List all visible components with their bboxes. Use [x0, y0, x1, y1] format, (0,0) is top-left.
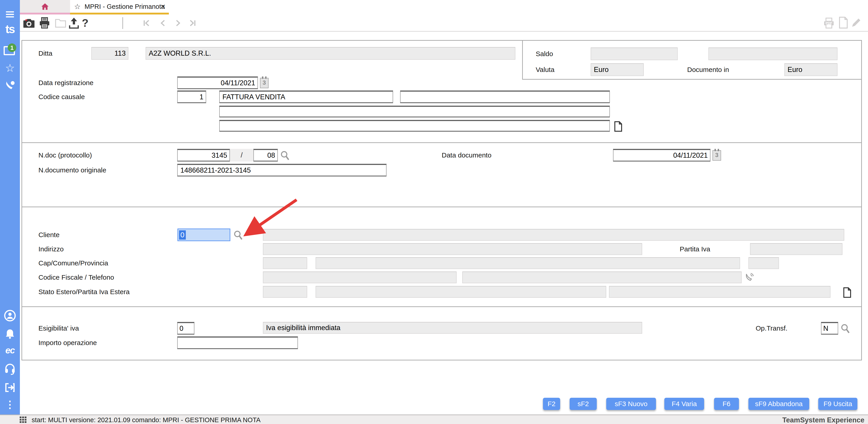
sf3-nuovo-button[interactable]: sF3 Nuovo	[606, 398, 656, 410]
first-record-icon[interactable]	[143, 19, 151, 27]
favorite-star-icon[interactable]: ☆	[74, 2, 81, 11]
apps-grid-icon[interactable]	[19, 416, 27, 423]
ditta-name-field: A2Z WORLD S.R.L.	[146, 47, 515, 60]
user-profile-icon[interactable]	[0, 310, 20, 322]
annotation-arrow	[235, 196, 303, 241]
importo-operazione-field[interactable]	[177, 336, 298, 349]
data-registrazione-field[interactable]: 04/11/2021	[177, 77, 258, 89]
phone-call-icon[interactable]	[744, 272, 754, 283]
cliente-code-field[interactable]: 0	[178, 228, 230, 241]
documents-icon[interactable]: 1	[0, 44, 20, 55]
cliente-name-field	[263, 229, 844, 241]
partita-iva-estera-field-1	[315, 286, 606, 298]
last-record-icon[interactable]	[188, 19, 197, 27]
esigibilita-code-field[interactable]: 0	[177, 322, 194, 335]
ndoc-serie-field[interactable]: 08	[253, 149, 278, 162]
cap-comune-provincia-label: Cap/Comune/Provincia	[38, 257, 108, 269]
esigibilita-iva-label: Esigibilita' iva	[38, 322, 79, 335]
data-documento-calendar-icon[interactable]: 3	[712, 150, 721, 161]
f4-varia-button[interactable]: F4 Varia	[664, 398, 704, 410]
f9-uscita-button[interactable]: F9 Uscita	[818, 398, 857, 410]
status-bar: start: MULTI versione: 2021.01.09 comand…	[0, 415, 868, 424]
more-options-icon[interactable]: ⋮	[0, 399, 20, 410]
stato-estero-field	[263, 286, 307, 298]
pdf-print-icon[interactable]: PDF	[823, 17, 835, 29]
camera-icon[interactable]	[23, 17, 35, 29]
codice-fiscale-telefono-label: Codice Fiscale / Telefono	[38, 272, 114, 283]
documento-in-label: Documento in	[687, 63, 729, 76]
sf2-button[interactable]: sF2	[569, 398, 597, 410]
next-record-icon[interactable]	[174, 19, 182, 27]
home-icon	[40, 2, 50, 11]
f6-button[interactable]: F6	[714, 398, 739, 410]
partita-iva-label: Partita Iva	[680, 243, 710, 255]
ditta-code-field: 113	[91, 47, 128, 60]
ec-app-icon[interactable]: ec	[0, 345, 20, 356]
data-documento-label: Data documento	[442, 149, 491, 162]
favorites-star-icon[interactable]: ☆	[0, 61, 20, 74]
op-transf-field[interactable]: N	[821, 322, 838, 335]
support-headset-icon[interactable]	[0, 363, 20, 375]
data-documento-field[interactable]: 04/11/2021	[613, 149, 710, 162]
cliente-label: Cliente	[38, 228, 59, 241]
ditta-label: Ditta	[38, 47, 53, 60]
help-icon[interactable]: ?	[82, 17, 88, 29]
telefono-field	[462, 272, 742, 283]
op-transf-search-icon[interactable]	[840, 323, 851, 335]
saldo-field-1	[591, 48, 678, 60]
sf9-abbandona-button[interactable]: sF9 Abbandona	[748, 398, 809, 410]
ndoc-search-icon[interactable]	[280, 150, 290, 162]
notifications-bell-icon[interactable]	[0, 328, 20, 340]
provincia-field	[748, 257, 779, 269]
valuta-field: Euro	[591, 63, 644, 76]
tab-title: MPRI - Gestione Primanota	[85, 3, 165, 10]
saldo-field-2	[708, 48, 837, 60]
active-tab[interactable]: ☆ MPRI - Gestione Primanota ✕	[70, 0, 169, 15]
folder-icon[interactable]	[55, 18, 66, 28]
documento-in-field: Euro	[784, 63, 837, 76]
pdf-label: PDF	[826, 21, 832, 25]
prev-record-icon[interactable]	[159, 19, 167, 27]
comune-field	[315, 257, 740, 269]
esigibilita-desc-field: Iva esigibilità immediata	[263, 322, 642, 334]
codice-causale-label: Codice causale	[38, 90, 85, 103]
app-window: ☆ MPRI - Gestione Primanota ✕ ?	[0, 0, 868, 424]
causale-note-field-1[interactable]	[219, 106, 610, 117]
upload-icon[interactable]	[68, 16, 80, 29]
partita-iva-field	[750, 243, 842, 255]
home-tab[interactable]	[20, 0, 70, 15]
f2-button[interactable]: F2	[543, 398, 560, 410]
stato-document-icon[interactable]	[842, 287, 852, 298]
saldo-label: Saldo	[536, 48, 553, 60]
valuta-label: Valuta	[536, 63, 555, 76]
cap-field	[263, 257, 307, 269]
codice-fiscale-field	[263, 272, 457, 283]
data-registrazione-calendar-icon[interactable]: 3	[260, 78, 269, 88]
indirizzo-label: Indirizzo	[38, 243, 64, 255]
data-registrazione-label: Data registrazione	[38, 77, 93, 89]
causale-note-field-2[interactable]	[219, 120, 610, 132]
ndoc-label: N.doc (protocollo)	[38, 149, 92, 162]
phone-contact-icon[interactable]	[0, 80, 20, 91]
codice-causale-extra-field[interactable]	[400, 90, 610, 103]
iva-section-box	[22, 307, 862, 361]
stato-estero-label: Stato Estero/Partita Iva Estera	[38, 286, 130, 298]
tab-close-icon[interactable]: ✕	[160, 3, 166, 10]
brand-footer: TeamSystem Experience	[782, 416, 864, 424]
cliente-selected-value: 0	[179, 230, 186, 239]
partita-iva-estera-field-2	[609, 286, 831, 298]
ndoc-originale-label: N.documento originale	[38, 164, 106, 176]
menu-hamburger-icon[interactable]	[0, 10, 20, 19]
edit-pencil-icon[interactable]	[850, 17, 862, 29]
codice-causale-code-field[interactable]: 1	[177, 90, 206, 103]
notification-badge: 1	[8, 44, 16, 52]
toolbar-separator	[123, 17, 123, 29]
status-text: start: MULTI versione: 2021.01.09 comand…	[32, 416, 260, 424]
ndoc-number-field[interactable]: 3145	[177, 149, 230, 162]
causale-document-icon[interactable]	[614, 121, 623, 132]
new-document-icon[interactable]	[838, 16, 848, 29]
print-icon[interactable]	[38, 17, 51, 29]
ndoc-originale-field[interactable]: 148668211-2021-3145	[177, 164, 386, 176]
codice-causale-desc-field[interactable]: FATTURA VENDITA	[219, 90, 393, 103]
logout-icon[interactable]	[0, 382, 20, 393]
